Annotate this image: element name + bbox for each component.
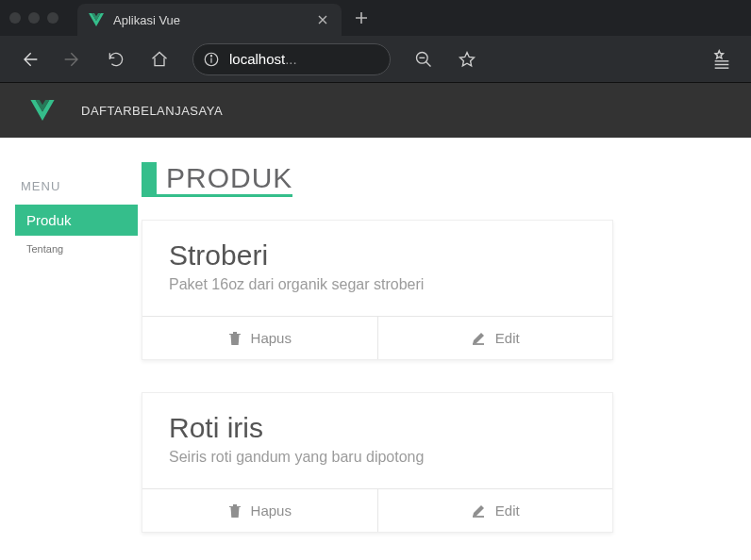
sidebar: MENU Produk Tentang: [15, 162, 138, 560]
product-name: Stroberi: [169, 239, 586, 272]
browser-chrome: Aplikasi Vue localhost...: [0, 0, 751, 83]
delete-button[interactable]: Hapus: [142, 317, 377, 359]
sidebar-item-produk[interactable]: Produk: [15, 205, 138, 236]
app-brand: DAFTARBELANJASAYA: [81, 104, 223, 118]
edit-icon: [471, 503, 486, 519]
browser-tab-title: Aplikasi Vue: [113, 13, 315, 27]
product-description: Seiris roti gandum yang baru dipotong: [169, 446, 586, 468]
page-title-wrap: PRODUK: [142, 162, 292, 197]
product-card: Stroberi Paket 16oz dari organik segar s…: [142, 220, 613, 360]
address-bar[interactable]: localhost...: [192, 43, 391, 75]
back-button[interactable]: [19, 49, 40, 70]
zoom-out-icon[interactable]: [413, 49, 434, 70]
window-min-dot[interactable]: [28, 12, 40, 24]
favorites-list-icon[interactable]: [711, 49, 732, 70]
edit-button[interactable]: Edit: [377, 489, 613, 532]
close-tab-icon[interactable]: [315, 14, 330, 25]
sidebar-item-tentang[interactable]: Tentang: [15, 236, 138, 262]
edit-label: Edit: [495, 502, 520, 519]
favorite-star-icon[interactable]: [457, 49, 477, 70]
product-name: Roti iris: [169, 412, 586, 444]
home-button[interactable]: [149, 49, 170, 70]
browser-tab[interactable]: Aplikasi Vue: [77, 4, 342, 36]
delete-button[interactable]: Hapus: [142, 489, 377, 532]
new-tab-button[interactable]: [355, 11, 368, 25]
browser-toolbar: localhost...: [0, 36, 751, 83]
edit-label: Edit: [495, 330, 520, 346]
svg-line-4: [426, 61, 431, 66]
edit-button[interactable]: Edit: [377, 317, 613, 359]
vue-favicon-icon: [89, 13, 104, 26]
product-card: Roti iris Seiris roti gandum yang baru d…: [142, 392, 613, 533]
browser-titlebar: Aplikasi Vue: [0, 0, 751, 36]
window-close-dot[interactable]: [9, 12, 21, 24]
app-header: DAFTARBELANJASAYA: [0, 83, 751, 138]
page-title-accent: [142, 162, 157, 194]
window-controls: [9, 12, 58, 24]
reload-button[interactable]: [106, 49, 126, 70]
page: MENU Produk Tentang PRODUK Stroberi Pake…: [0, 138, 751, 560]
sidebar-heading: MENU: [21, 179, 138, 193]
site-info-icon[interactable]: [203, 51, 220, 68]
edit-icon: [471, 331, 486, 346]
delete-label: Hapus: [251, 330, 292, 346]
svg-point-2: [210, 55, 211, 56]
content: PRODUK Stroberi Paket 16oz dari organik …: [138, 162, 751, 560]
trash-icon: [228, 331, 242, 346]
url-host: localhost...: [229, 51, 297, 67]
forward-button: [62, 49, 83, 70]
page-title: PRODUK: [166, 162, 292, 194]
delete-label: Hapus: [251, 502, 292, 519]
window-max-dot[interactable]: [47, 12, 58, 24]
vue-logo-icon: [30, 100, 55, 121]
trash-icon: [228, 503, 242, 519]
product-description: Paket 16oz dari organik segar stroberi: [169, 273, 586, 295]
